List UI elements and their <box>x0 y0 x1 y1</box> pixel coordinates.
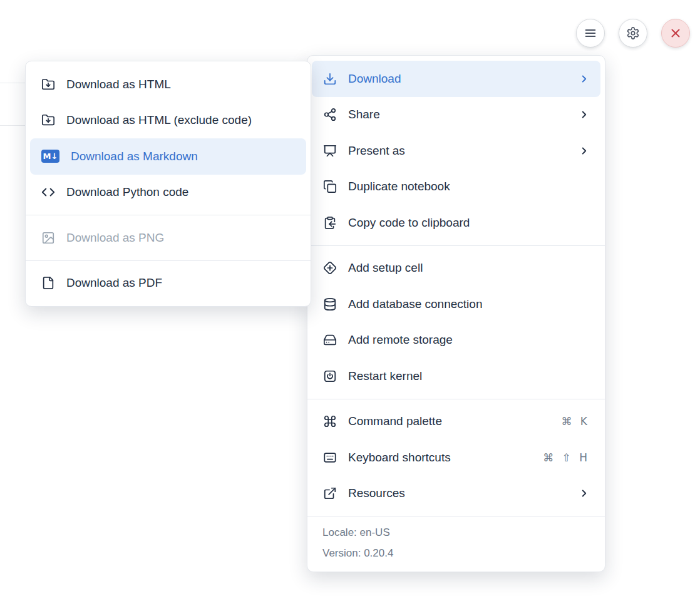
settings-button[interactable] <box>619 19 647 48</box>
download-submenu: Download as HTMLDownload as HTML (exclud… <box>25 61 311 307</box>
menu-separator <box>26 260 311 261</box>
menu-item-label: Download as PDF <box>66 276 162 290</box>
image-icon <box>41 231 55 245</box>
menu-item-copy-code-to-clipboard[interactable]: Copy code to clipboard <box>312 205 600 241</box>
menu-item-trailing: ⌘ K <box>561 415 590 428</box>
code-icon <box>41 185 55 199</box>
menu-item-trailing <box>579 109 590 120</box>
menu-item-label: Command palette <box>348 414 442 428</box>
menu-separator <box>307 399 605 399</box>
menu-item-label: Download as Markdown <box>71 150 198 163</box>
menu-button[interactable] <box>576 19 605 48</box>
menu-item-label: Restart kernel <box>348 369 422 383</box>
menu-item-add-setup-cell[interactable]: Add setup cell <box>312 250 600 287</box>
page-divider-line <box>0 125 27 126</box>
menu-item-label: Present as <box>348 144 405 158</box>
menu-item-label: Add remote storage <box>348 333 453 347</box>
database-icon <box>323 297 337 311</box>
menu-item-label: Keyboard shortcuts <box>348 451 451 465</box>
locale-text: Locale: en-US <box>322 522 590 543</box>
menu-item-download-as-html[interactable]: Download as HTML <box>30 66 306 103</box>
duplicate-icon <box>323 180 337 193</box>
menu-item-label: Add database connection <box>348 297 482 311</box>
chevron-right-icon <box>579 145 590 157</box>
folder-down-icon <box>41 78 55 91</box>
menu-item-trailing <box>579 488 590 499</box>
menu-item-label: Download as HTML (exclude code) <box>66 113 252 127</box>
file-icon <box>41 276 55 290</box>
menu-item-label: Copy code to clipboard <box>348 216 470 230</box>
menu-item-trailing <box>579 145 590 157</box>
close-button[interactable] <box>661 19 690 48</box>
menu-item-duplicate-notebook[interactable]: Duplicate notebook <box>312 169 600 205</box>
close-icon <box>669 26 682 40</box>
shortcut-keys: ⌘ ⇧ H <box>543 451 590 464</box>
diamond-plus-icon <box>323 261 337 275</box>
menu-item-label: Duplicate notebook <box>348 180 450 193</box>
menu-item-download-as-html-exclude-code[interactable]: Download as HTML (exclude code) <box>30 103 306 139</box>
version-text: Version: 0.20.4 <box>322 543 590 563</box>
page-divider-line <box>0 83 27 83</box>
menu-item-download-as-pdf[interactable]: Download as PDF <box>30 265 306 302</box>
presentation-icon <box>323 144 337 158</box>
notebook-actions-menu: DownloadSharePresent asDuplicate noteboo… <box>307 55 605 572</box>
menu-item-download-python-code[interactable]: Download Python code <box>30 175 306 211</box>
menu-separator <box>307 245 605 246</box>
topbar-actions <box>576 19 690 48</box>
menu-item-download-as-png: Download as PNG <box>30 220 306 256</box>
menu-item-label: Add setup cell <box>348 261 423 275</box>
menu-item-label: Share <box>348 108 380 121</box>
menu-separator <box>26 215 311 215</box>
folder-down-icon <box>41 113 55 127</box>
command-icon <box>323 414 337 428</box>
power-icon <box>323 369 337 383</box>
menu-item-download[interactable]: Download <box>312 61 600 97</box>
chevron-right-icon <box>579 488 590 499</box>
menu-item-resources[interactable]: Resources <box>312 476 600 512</box>
menu-item-share[interactable]: Share <box>312 97 600 133</box>
menu-item-label: Download as HTML <box>66 78 171 91</box>
shortcut-keys: ⌘ K <box>561 415 590 428</box>
menu-item-label: Resources <box>348 486 405 500</box>
menu-item-label: Download as PNG <box>66 231 164 245</box>
external-link-icon <box>323 486 337 500</box>
chevron-right-icon <box>579 73 590 85</box>
menu-item-download-as-markdown[interactable]: M↓Download as Markdown <box>30 138 306 175</box>
menu-item-command-palette[interactable]: Command palette⌘ K <box>312 404 600 440</box>
menu-item-trailing <box>579 73 590 85</box>
chevron-right-icon <box>579 109 590 120</box>
menu-item-keyboard-shortcuts[interactable]: Keyboard shortcuts⌘ ⇧ H <box>312 439 600 476</box>
menu-item-label: Download <box>348 72 401 86</box>
hard-drive-icon <box>323 333 337 347</box>
menu-item-restart-kernel[interactable]: Restart kernel <box>312 358 600 394</box>
menu-item-add-database-connection[interactable]: Add database connection <box>312 286 600 322</box>
hamburger-icon <box>584 26 597 40</box>
gear-icon <box>626 26 640 40</box>
markdown-icon: M↓ <box>41 150 59 163</box>
menu-item-label: Download Python code <box>66 185 188 199</box>
keyboard-icon <box>323 451 337 465</box>
menu-item-trailing: ⌘ ⇧ H <box>543 451 590 464</box>
download-icon <box>323 72 337 86</box>
clipboard-copy-icon <box>323 216 337 230</box>
share-icon <box>323 108 337 121</box>
menu-item-present-as[interactable]: Present as <box>312 133 600 169</box>
menu-footer: Locale: en-US Version: 0.20.4 <box>307 516 605 572</box>
menu-item-add-remote-storage[interactable]: Add remote storage <box>312 322 600 359</box>
